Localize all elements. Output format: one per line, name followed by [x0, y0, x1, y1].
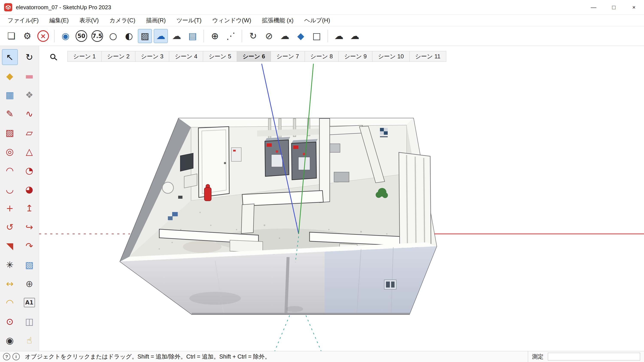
orbit-tool[interactable]: ↻ [22, 49, 37, 65]
menu-camera[interactable]: カメラ(C) [104, 15, 140, 26]
select-tool[interactable]: ↖ [2, 49, 18, 65]
toolbar-separator [328, 30, 328, 42]
cloud-select-layers-button[interactable]: ▤ [186, 29, 200, 43]
cloud-download-button[interactable]: ☁ [170, 29, 184, 43]
measurement-label: 測定 [532, 353, 544, 361]
menu-window[interactable]: ウィンドウ(W) [207, 15, 257, 26]
tab-scene-5[interactable]: シーン 5 [203, 51, 237, 62]
menu-help[interactable]: ヘルプ(H) [299, 15, 335, 26]
tab-scene-11[interactable]: シーン 11 [409, 51, 446, 62]
add-point-button[interactable]: ⊕ [208, 29, 222, 43]
maximize-button[interactable]: □ [604, 0, 624, 14]
tab-scene-3[interactable]: シーン 3 [135, 51, 169, 62]
freehand-tool[interactable]: ∿ [22, 106, 37, 122]
model-3d-view[interactable] [39, 62, 644, 351]
dimension-tool[interactable]: ⊙ [2, 314, 18, 329]
scene-tabs: シーン 1シーン 2シーン 3シーン 4シーン 5シーン 6シーン 7シーン 8… [39, 51, 644, 62]
status-hint: オブジェクトをクリックまたはドラッグ。Shift = 追加/除外。Ctrl = … [25, 353, 270, 361]
rotate-tool[interactable]: ↺ [2, 219, 18, 235]
tab-scene-7[interactable]: シーン 7 [271, 51, 304, 62]
arc-tool[interactable]: ◠ [2, 162, 18, 178]
position-camera-tool[interactable]: ◉ [2, 332, 18, 348]
sketchup-logo [4, 3, 12, 11]
close-button[interactable]: × [624, 0, 644, 14]
measurement-input[interactable] [548, 353, 640, 361]
menu-tools[interactable]: ツール(T) [171, 15, 207, 26]
toolbar-separator [242, 30, 242, 42]
eraser-tool[interactable]: ▬ [22, 68, 37, 84]
clip-box-cloud-button[interactable]: ☁ [278, 29, 292, 43]
room-model[interactable] [120, 118, 437, 314]
match-photo-tool[interactable]: ▧ [22, 257, 37, 273]
line-tool[interactable]: ✎ [2, 106, 18, 122]
menu-draw[interactable]: 描画(R) [140, 15, 171, 26]
polygon-tool[interactable]: △ [22, 144, 37, 159]
sketchup-window: elevatorroom_07 - SketchUp Pro 2023 — □ … [0, 0, 644, 362]
clip-box-rotate-button[interactable]: ↻ [246, 29, 260, 43]
point-style-plain-button[interactable]: ○ [106, 29, 120, 43]
menu-edit[interactable]: 編集(E) [44, 15, 74, 26]
clip-box-disable-button[interactable]: ⊘ [262, 29, 276, 43]
toolbar-separator [204, 30, 204, 42]
push-pull-tool[interactable]: ↥ [22, 200, 37, 216]
measurement-section: 測定 [528, 351, 644, 362]
info-icon[interactable]: i [12, 353, 20, 360]
cloud-reload-button[interactable]: ☁ [332, 29, 346, 43]
offset-tool[interactable]: ↷ [22, 238, 37, 254]
circle-tool[interactable]: ◎ [2, 144, 18, 159]
tab-scene-2[interactable]: シーン 2 [101, 51, 135, 62]
component-tool[interactable]: ▦ [2, 87, 18, 103]
tab-scene-1[interactable]: シーン 1 [68, 51, 101, 62]
tag-tool[interactable]: ❖ [22, 87, 37, 103]
move-tool[interactable]: + [2, 200, 18, 216]
clip-box-fill-button[interactable]: ◆ [294, 29, 308, 43]
paint-bucket-tool[interactable]: ◆ [2, 68, 18, 84]
cloud-sync-button[interactable]: ☁ [348, 29, 362, 43]
point-density-75-button[interactable]: 7.5 [92, 30, 103, 42]
cloud-refresh-button[interactable]: ☁ [154, 29, 168, 43]
tab-scene-8[interactable]: シーン 8 [304, 51, 338, 62]
measure-points-button[interactable]: ⋰ [224, 29, 238, 43]
follow-me-tool[interactable]: ↪ [22, 219, 37, 235]
minimize-button[interactable]: — [584, 0, 604, 14]
help-icon[interactable]: ? [3, 353, 10, 360]
scale-tool[interactable]: ◥ [2, 238, 18, 254]
tab-scene-6[interactable]: シーン 6 [237, 51, 271, 62]
pan-tool[interactable]: ☝ [22, 332, 37, 348]
section-plane-tool[interactable]: ◫ [22, 314, 37, 329]
main-toolbar: ❏⚙×◉507.5○◐▨☁☁▤⊕⋰↻⊘☁◆□☁☁ [0, 26, 644, 46]
window-controls: — □ × [584, 0, 644, 14]
window-title: elevatorroom_07 - SketchUp Pro 2023 [16, 4, 111, 11]
weld-tool[interactable]: ✳ [2, 257, 18, 273]
rotated-rectangle-tool[interactable]: ▱ [22, 125, 37, 141]
menu-bar: ファイル(F)編集(E)表示(V)カメラ(C)描画(R)ツール(T)ウィンドウ(… [0, 15, 644, 26]
viewport[interactable]: シーン 1シーン 2シーン 3シーン 4シーン 5シーン 6シーン 7シーン 8… [39, 46, 644, 351]
point-cloud-color-button[interactable]: ◉ [58, 29, 72, 43]
search-scenes-icon[interactable] [50, 54, 56, 59]
cancel-operation-button[interactable]: × [37, 30, 49, 42]
status-bar: ? i オブジェクトをクリックまたはドラッグ。Shift = 追加/除外。Ctr… [0, 351, 644, 362]
open-file-button[interactable]: ❏ [4, 29, 18, 43]
menu-file[interactable]: ファイル(F) [2, 15, 44, 26]
pie-tool[interactable]: ◔ [22, 162, 37, 178]
three-point-arc-tool[interactable]: ◕ [22, 181, 37, 197]
text-tool[interactable]: A1 [24, 298, 35, 307]
title-bar: elevatorroom_07 - SketchUp Pro 2023 — □ … [0, 0, 644, 15]
toolbar-separator [54, 30, 54, 42]
tab-scene-4[interactable]: シーン 4 [169, 51, 203, 62]
menu-extensions[interactable]: 拡張機能 (x) [256, 15, 299, 26]
axes-tool[interactable]: ⊕ [22, 276, 37, 292]
menu-view[interactable]: 表示(V) [74, 15, 104, 26]
point-style-hatch-button[interactable]: ▨ [138, 29, 152, 43]
settings-gear-button[interactable]: ⚙ [20, 29, 34, 43]
clip-box-edit-button[interactable]: □ [310, 29, 324, 43]
two-point-arc-tool[interactable]: ◡ [2, 181, 18, 197]
tape-measure-tool[interactable]: ↔ [2, 276, 18, 292]
protractor-tool[interactable]: ◠ [2, 295, 18, 311]
tab-scene-10[interactable]: シーン 10 [372, 51, 409, 62]
point-density-50-button[interactable]: 50 [76, 30, 87, 42]
point-style-contrast-button[interactable]: ◐ [122, 29, 136, 43]
tab-scene-9[interactable]: シーン 9 [338, 51, 372, 62]
tool-palette: ↖↻◆▬▦❖✎∿▨▱◎△◠◔◡◕+↥↺↪◥↷✳▧↔⊕◠A1⊙◫◉☝ [0, 46, 39, 351]
rectangle-tool[interactable]: ▨ [2, 125, 18, 141]
